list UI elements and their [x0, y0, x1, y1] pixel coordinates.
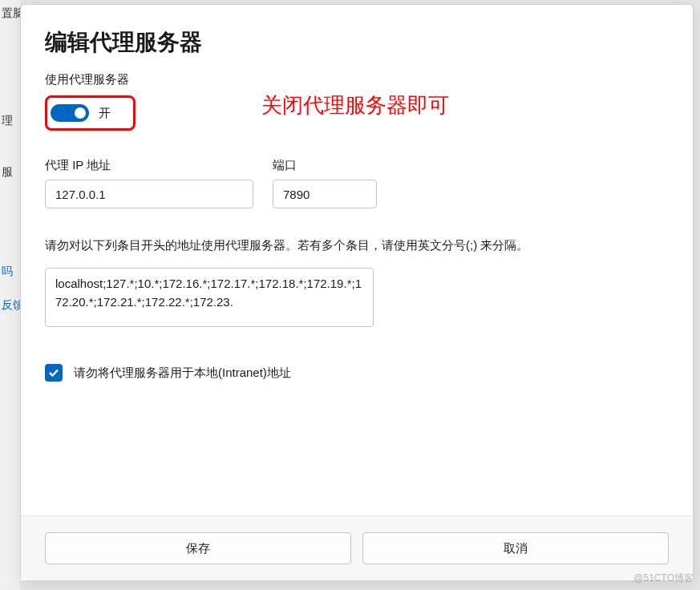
save-button[interactable]: 保存: [45, 532, 351, 564]
ip-field: 代理 IP 地址: [45, 158, 253, 208]
background-sidebar: 置脑 理 服 吗 反馈: [0, 0, 20, 590]
annotation-text: 关闭代理服务器即可: [261, 91, 449, 119]
toggle-highlight-box: 开: [45, 95, 136, 131]
dialog-title: 编辑代理服务器: [45, 27, 669, 58]
intranet-checkbox[interactable]: [45, 364, 63, 382]
bg-item: 置脑: [0, 0, 20, 27]
port-field: 端口: [273, 158, 377, 208]
address-port-row: 代理 IP 地址 端口: [45, 158, 669, 208]
port-label: 端口: [273, 158, 377, 173]
toggle-state-label: 开: [99, 106, 111, 121]
exclusion-description: 请勿对以下列条目开头的地址使用代理服务器。若有多个条目，请使用英文分号(;) 来…: [45, 236, 654, 255]
intranet-checkbox-row: 请勿将代理服务器用于本地(Intranet)地址: [45, 364, 669, 382]
bg-item: 吗: [0, 258, 20, 285]
proxy-toggle[interactable]: [51, 104, 89, 122]
dialog-footer: 保存 取消: [21, 515, 693, 580]
ip-label: 代理 IP 地址: [45, 158, 253, 173]
bg-item: 服: [0, 159, 20, 186]
watermark: @51CTO博客: [633, 572, 694, 585]
check-icon: [48, 367, 59, 378]
bg-item: 反馈: [0, 292, 20, 319]
dialog-content: 编辑代理服务器 使用代理服务器 开 关闭代理服务器即可 代理 IP 地址 端口 …: [21, 5, 693, 515]
toggle-section-label: 使用代理服务器: [45, 72, 669, 87]
port-input[interactable]: [273, 180, 377, 208]
intranet-checkbox-label: 请勿将代理服务器用于本地(Intranet)地址: [74, 366, 291, 381]
toggle-knob: [75, 107, 86, 119]
ip-input[interactable]: [45, 180, 253, 208]
edit-proxy-dialog: 编辑代理服务器 使用代理服务器 开 关闭代理服务器即可 代理 IP 地址 端口 …: [20, 4, 694, 581]
exclusion-textarea[interactable]: [45, 268, 374, 327]
bg-item: 理: [0, 107, 20, 135]
cancel-button[interactable]: 取消: [362, 532, 669, 564]
